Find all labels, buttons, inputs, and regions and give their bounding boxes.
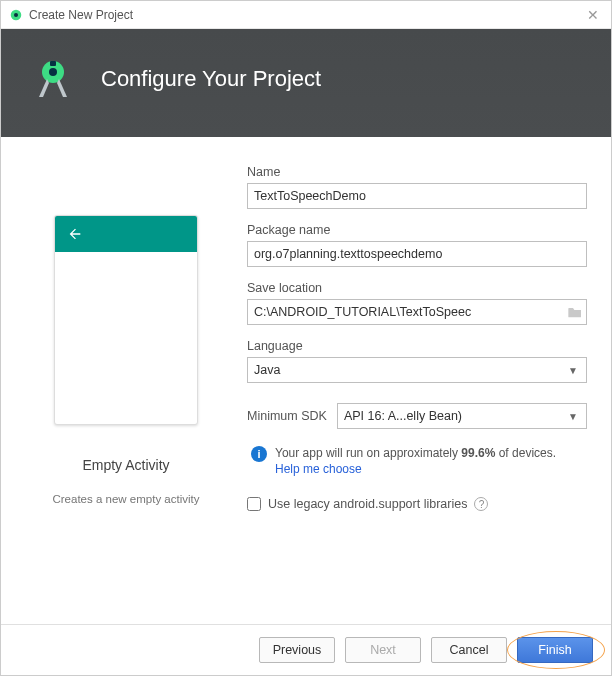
legacy-label: Use legacy android.support libraries bbox=[268, 497, 467, 511]
window-title: Create New Project bbox=[29, 8, 583, 22]
template-preview-column: Empty Activity Creates a new empty activ… bbox=[25, 165, 227, 624]
minsdk-label: Minimum SDK bbox=[247, 409, 327, 423]
android-studio-logo-icon bbox=[29, 55, 77, 103]
next-button: Next bbox=[345, 637, 421, 663]
cancel-button[interactable]: Cancel bbox=[431, 637, 507, 663]
back-arrow-icon bbox=[67, 226, 83, 242]
help-icon[interactable]: ? bbox=[474, 497, 488, 511]
content-area: Empty Activity Creates a new empty activ… bbox=[1, 137, 611, 624]
button-bar: Previous Next Cancel Finish bbox=[1, 624, 611, 675]
svg-point-4 bbox=[49, 68, 57, 76]
help-me-choose-link[interactable]: Help me choose bbox=[275, 462, 362, 476]
language-value: Java bbox=[254, 363, 280, 377]
field-language: Language Java ▼ bbox=[247, 339, 587, 383]
preview-appbar bbox=[55, 216, 197, 252]
minsdk-select[interactable]: API 16: A...elly Bean) ▼ bbox=[337, 403, 587, 429]
dialog-window: Create New Project ✕ Configure Your Proj… bbox=[0, 0, 612, 676]
name-label: Name bbox=[247, 165, 587, 179]
template-name: Empty Activity bbox=[82, 457, 169, 473]
banner: Configure Your Project bbox=[1, 29, 611, 137]
svg-rect-3 bbox=[50, 61, 56, 66]
sdk-info-text: Your app will run on approximately 99.6%… bbox=[275, 445, 556, 477]
banner-title: Configure Your Project bbox=[101, 66, 321, 92]
language-select[interactable]: Java ▼ bbox=[247, 357, 587, 383]
finish-button[interactable]: Finish bbox=[517, 637, 593, 663]
browse-folder-icon[interactable] bbox=[566, 304, 584, 320]
minsdk-value: API 16: A...elly Bean) bbox=[344, 409, 462, 423]
location-input[interactable] bbox=[247, 299, 587, 325]
svg-point-1 bbox=[14, 12, 18, 16]
name-input[interactable] bbox=[247, 183, 587, 209]
template-description: Creates a new empty activity bbox=[52, 493, 199, 505]
language-label: Language bbox=[247, 339, 587, 353]
field-package: Package name bbox=[247, 223, 587, 267]
android-studio-icon bbox=[9, 8, 23, 22]
field-name: Name bbox=[247, 165, 587, 209]
package-label: Package name bbox=[247, 223, 587, 237]
chevron-down-icon: ▼ bbox=[568, 411, 578, 422]
close-icon[interactable]: ✕ bbox=[583, 7, 603, 23]
titlebar: Create New Project ✕ bbox=[1, 1, 611, 29]
field-minsdk: Minimum SDK API 16: A...elly Bean) ▼ bbox=[247, 403, 587, 429]
form-column: Name Package name Save location Language bbox=[247, 165, 587, 624]
location-label: Save location bbox=[247, 281, 587, 295]
sdk-info: i Your app will run on approximately 99.… bbox=[251, 445, 587, 477]
legacy-checkbox-row[interactable]: Use legacy android.support libraries ? bbox=[247, 497, 587, 511]
template-preview bbox=[54, 215, 198, 425]
package-input[interactable] bbox=[247, 241, 587, 267]
chevron-down-icon: ▼ bbox=[568, 365, 578, 376]
field-location: Save location bbox=[247, 281, 587, 325]
legacy-checkbox[interactable] bbox=[247, 497, 261, 511]
info-icon: i bbox=[251, 446, 267, 462]
previous-button[interactable]: Previous bbox=[259, 637, 335, 663]
